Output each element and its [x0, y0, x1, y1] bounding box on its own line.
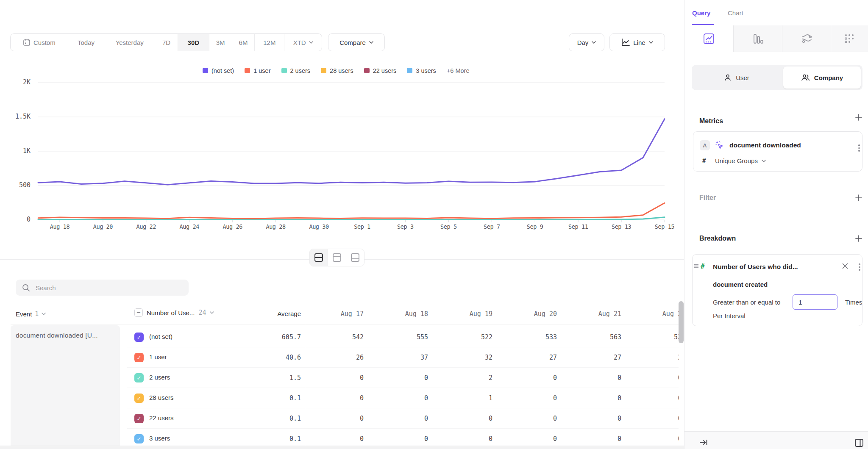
line-chart-icon [621, 39, 630, 46]
legend-more[interactable]: +6 More [447, 67, 470, 74]
series-label: (not set) [149, 333, 172, 340]
legend-item[interactable]: 3 users [407, 67, 436, 74]
date-column-header: Aug 21 [566, 310, 621, 318]
add-filter-button[interactable] [854, 194, 863, 202]
range-custom[interactable]: Custom [11, 34, 68, 51]
range-today[interactable]: Today [68, 34, 105, 51]
layout-chart-button[interactable] [328, 249, 346, 266]
collapse-panel-icon[interactable] [699, 438, 708, 446]
range-xtd[interactable]: XTD [284, 34, 322, 51]
scope-company-button[interactable]: Company [783, 67, 861, 89]
series-label: 28 users [149, 394, 174, 401]
y-axis-label: 0 [5, 216, 31, 223]
cell-value: 0 [309, 415, 364, 422]
select-all-checkbox[interactable]: – [134, 308, 143, 317]
x-axis-label: Aug 18 [41, 223, 79, 230]
range-7d[interactable]: 7D [155, 34, 178, 51]
date-column-header: Aug 20 [502, 310, 557, 318]
legend-label: (not set) [211, 67, 234, 74]
view-tab-grid[interactable] [831, 25, 868, 52]
legend-item[interactable]: 1 user [245, 67, 270, 74]
range-6m[interactable]: 6M [232, 34, 255, 51]
drag-handle-icon[interactable] [694, 264, 698, 268]
layout-split-button[interactable] [310, 249, 328, 266]
compare-button[interactable]: Compare [328, 33, 385, 51]
layout-table-button[interactable] [346, 249, 364, 266]
view-tab-line[interactable] [684, 25, 733, 52]
legend-item[interactable]: 22 users [364, 67, 397, 74]
y-axis-label: 2K [5, 78, 31, 86]
series-column-header[interactable]: – Number of Use... 24 [134, 308, 214, 317]
vertical-scrollbar-thumb[interactable] [679, 301, 684, 343]
cell-value: 0 [437, 435, 492, 443]
range-12m[interactable]: 12M [255, 34, 284, 51]
breakdown-event: document created [713, 281, 768, 288]
layout-split-icon [314, 253, 323, 262]
breakdown-more-button[interactable] [859, 263, 860, 271]
chevron-down-icon [309, 41, 313, 44]
scope-user-button[interactable]: User [692, 65, 782, 90]
cell-value: 542 [309, 333, 364, 341]
cell-value: 0 [373, 374, 428, 382]
series-checkbox[interactable]: ✓ [134, 353, 144, 362]
granularity-button[interactable]: Day [569, 33, 604, 51]
table-row: ✓22 users0.1000000 [0, 408, 679, 429]
legend-item[interactable]: 28 users [321, 67, 353, 74]
metric-measure-prefix: # [702, 157, 706, 164]
metric-more-button[interactable] [858, 144, 860, 152]
series-checkbox[interactable]: ✓ [134, 434, 144, 443]
breakdown-section-title: Breakdown [699, 235, 736, 242]
cell-value: 0 [502, 374, 557, 382]
metric-name: document downloaded [729, 141, 801, 149]
series-checkbox[interactable]: ✓ [134, 373, 144, 382]
search-input[interactable] [36, 284, 180, 291]
series-checkbox[interactable]: ✓ [134, 333, 144, 342]
add-metric-button[interactable] [854, 113, 863, 122]
layout-toggle [309, 249, 364, 266]
tab-chart[interactable]: Chart [728, 9, 743, 17]
tab-query[interactable]: Query [692, 9, 710, 17]
legend-item[interactable]: (not set) [203, 67, 234, 74]
breakdown-card[interactable]: # Number of Users who did... document cr… [692, 254, 862, 326]
legend-swatch [364, 68, 370, 73]
close-icon[interactable] [842, 263, 849, 269]
metric-measure-dropdown[interactable]: Unique Groups [715, 157, 766, 164]
chart-type-button[interactable]: Line [609, 33, 665, 51]
tab-query-underline [692, 24, 714, 25]
date-column-header: Aug 17 [309, 310, 364, 318]
metric-event-icon [715, 141, 725, 150]
series-label: 2 users [149, 374, 170, 381]
x-axis-label: Aug 30 [300, 223, 338, 230]
average-value: 0.1 [246, 394, 301, 402]
average-value: 0.1 [246, 415, 301, 422]
range-30d[interactable]: 30D [178, 34, 209, 51]
cell-value: 0 [309, 435, 364, 443]
user-icon [724, 74, 732, 81]
horizontal-scrollbar-track [0, 446, 684, 449]
range-yesterday[interactable]: Yesterday [104, 34, 155, 51]
event-column-header[interactable]: Event 1 [16, 310, 46, 318]
view-tab-flow[interactable] [782, 25, 831, 52]
x-axis-label: Sep 3 [386, 223, 424, 230]
x-axis-label: Sep 11 [559, 223, 597, 230]
cell-value: 27 [566, 354, 621, 361]
breakdown-value-input[interactable]: 1 [793, 294, 837, 310]
metric-card[interactable]: A document downloaded # Unique Groups [693, 131, 862, 172]
toggle-sidebar-icon[interactable] [854, 438, 864, 447]
cell-value: 0 [626, 394, 679, 402]
event-header-label: Event [16, 310, 32, 318]
flow-view-icon [801, 33, 812, 44]
average-column-header[interactable]: Average [237, 310, 301, 317]
date-range-toolbar: CustomTodayYesterday7D30D3M6M12MXTD [10, 33, 322, 51]
scope-toggle: User Company [692, 65, 862, 90]
view-tab-bar[interactable] [733, 25, 782, 52]
add-breakdown-button[interactable] [854, 234, 863, 243]
cell-value: 0 [502, 435, 557, 443]
range-3m[interactable]: 3M [209, 34, 232, 51]
legend-item[interactable]: 2 users [281, 67, 311, 74]
cell-value: 53 [626, 333, 679, 341]
series-checkbox[interactable]: ✓ [134, 394, 144, 403]
x-axis-label: Aug 26 [214, 223, 252, 230]
series-checkbox[interactable]: ✓ [134, 414, 144, 423]
average-value: 1.5 [246, 374, 301, 382]
